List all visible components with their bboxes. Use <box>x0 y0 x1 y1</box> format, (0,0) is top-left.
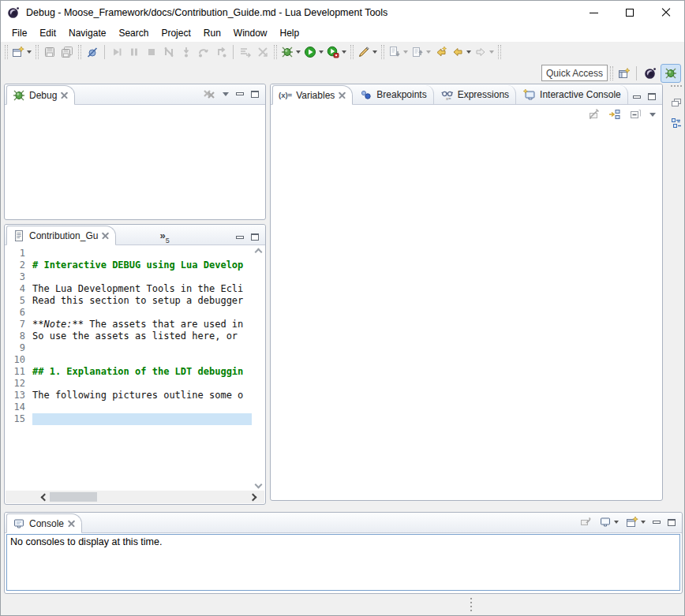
pin-console-icon[interactable] <box>579 516 592 528</box>
debug-view-toolbar <box>203 88 265 104</box>
menu-window[interactable]: Window <box>227 26 274 40</box>
editor-body[interactable]: 12# Interactive DEBUG using Lua Develop3… <box>6 246 264 503</box>
outline-view-icon[interactable] <box>670 117 683 129</box>
debug-perspective-button[interactable] <box>661 64 681 83</box>
new-wizard-button[interactable] <box>10 43 33 61</box>
ldt-perspective-button[interactable] <box>640 64 661 83</box>
status-bar-grip[interactable] <box>470 598 472 612</box>
collapse-all-icon[interactable] <box>629 108 642 121</box>
editor-line[interactable]: 2# Interactive DEBUG using Lua Develop <box>6 259 252 271</box>
save-all-button[interactable] <box>58 43 76 61</box>
debug-button[interactable] <box>279 43 302 61</box>
debug-icon <box>281 46 294 58</box>
terminate-button[interactable] <box>143 43 160 61</box>
menu-file[interactable]: File <box>6 26 33 40</box>
tab-expressions[interactable]: x= Expressions <box>436 85 516 104</box>
drop-to-frame-button[interactable] <box>254 43 271 61</box>
remove-all-terminated-icon[interactable] <box>203 88 215 100</box>
scroll-right-button[interactable] <box>244 495 261 500</box>
scroll-down-icon[interactable] <box>255 481 263 489</box>
console-tab[interactable]: Console <box>6 513 82 533</box>
menu-search[interactable]: Search <box>112 26 155 40</box>
resume-button[interactable] <box>108 43 125 61</box>
step-over-button[interactable] <box>195 43 212 61</box>
step-into-button[interactable] <box>178 43 195 61</box>
run-button[interactable] <box>302 43 325 61</box>
tab-interactive-console[interactable]: Interactive Console <box>518 85 628 104</box>
view-menu-icon[interactable] <box>649 113 656 117</box>
editor-line[interactable]: 14 <box>6 401 252 413</box>
scrollbar-thumb[interactable] <box>50 492 97 502</box>
quick-access-input[interactable] <box>541 65 608 81</box>
menu-project[interactable]: Project <box>155 26 197 40</box>
close-button[interactable] <box>648 1 684 24</box>
forward-button[interactable] <box>473 43 496 61</box>
skip-all-breakpoints-button[interactable] <box>84 43 101 61</box>
minimize-view-icon[interactable] <box>653 521 661 524</box>
editor-line[interactable]: 8So use the assets as listed here, or <box>6 330 252 342</box>
menu-run[interactable]: Run <box>197 26 227 40</box>
next-annotation-button[interactable] <box>387 43 410 61</box>
close-view-icon[interactable] <box>61 91 68 99</box>
toolbar-drag-handle <box>5 45 8 59</box>
maximize-view-icon[interactable] <box>251 91 259 98</box>
open-perspective-button[interactable] <box>616 65 633 82</box>
line-number: 6 <box>6 307 32 319</box>
editor-tab[interactable]: Contribution_Gu <box>6 226 116 245</box>
menu-help[interactable]: Help <box>274 26 306 40</box>
show-logical-structure-icon[interactable] <box>608 108 621 121</box>
editor-line[interactable]: 6 <box>6 307 252 319</box>
maximize-view-icon[interactable] <box>251 233 259 241</box>
show-type-names-icon[interactable] <box>588 108 601 121</box>
maximize-view-icon[interactable] <box>648 93 656 100</box>
minimize-view-icon[interactable] <box>633 95 641 99</box>
tab-breakpoints[interactable]: Breakpoints <box>354 85 433 104</box>
title-bar: Debug - Moose_Framework/docs/Contributio… <box>1 1 684 24</box>
line-number: 10 <box>6 354 32 366</box>
console-toolbar <box>579 516 682 532</box>
previous-annotation-button[interactable] <box>410 43 432 61</box>
editor-line[interactable]: 13The following pictures outline some o <box>6 390 252 401</box>
variables-view-window-buttons <box>633 93 662 104</box>
editor-line[interactable]: 10 <box>6 354 252 366</box>
close-view-icon[interactable] <box>68 520 75 527</box>
save-button[interactable] <box>41 43 58 61</box>
last-edit-location-button[interactable] <box>432 43 450 61</box>
editor-line[interactable]: 15 <box>6 413 252 425</box>
menu-edit[interactable]: Edit <box>33 26 62 40</box>
pen-tool-button[interactable] <box>356 43 379 61</box>
editor-horizontal-scrollbar[interactable] <box>6 491 264 503</box>
editor-line[interactable]: 1 <box>6 248 252 259</box>
close-view-icon[interactable] <box>339 91 346 99</box>
debug-view-tab[interactable]: Debug <box>6 85 75 105</box>
editor-line[interactable]: 9 <box>6 342 252 354</box>
minimize-view-icon[interactable] <box>236 236 244 239</box>
display-selected-console-button[interactable] <box>599 516 619 528</box>
close-editor-icon[interactable] <box>102 232 109 239</box>
back-button[interactable] <box>450 43 473 61</box>
view-menu-icon[interactable] <box>223 92 229 96</box>
menu-navigate[interactable]: Navigate <box>62 26 112 40</box>
editor-line[interactable]: 3 <box>6 271 252 283</box>
editor-line[interactable]: 5Read this section to setup a debugger <box>6 295 252 307</box>
editor-line[interactable]: 12 <box>6 378 252 390</box>
editor-line[interactable]: 4The Lua Development Tools in the Ecli <box>6 283 252 295</box>
minimize-button[interactable] <box>575 1 612 24</box>
suspend-icon <box>128 46 140 58</box>
maximize-view-icon[interactable] <box>668 519 676 526</box>
disconnect-button[interactable] <box>160 43 178 61</box>
use-step-filters-button[interactable] <box>237 43 254 61</box>
tab-variables[interactable]: (x)= Variables <box>272 85 353 105</box>
minimize-view-icon[interactable] <box>236 92 244 95</box>
editor-vertical-scrollbar[interactable] <box>253 246 264 491</box>
open-console-button[interactable] <box>626 516 646 528</box>
editor-line[interactable]: 7**Note:** The assets that are used in <box>6 319 252 330</box>
editor-line[interactable]: 11## 1. Explanation of the LDT debuggin <box>6 366 252 378</box>
suspend-button[interactable] <box>125 43 143 61</box>
scroll-up-icon[interactable] <box>255 248 263 256</box>
restore-views-icon[interactable] <box>670 96 683 109</box>
step-return-button[interactable] <box>212 43 230 61</box>
run-coverage-button[interactable] <box>325 43 348 61</box>
maximize-button[interactable] <box>612 1 648 24</box>
hidden-editors-chevron[interactable]: » 5 <box>116 230 169 245</box>
